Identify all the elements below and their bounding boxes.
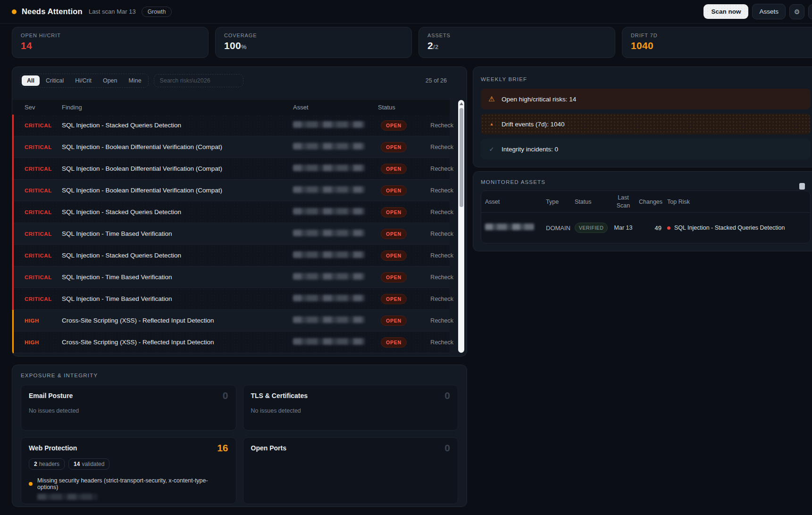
severity-label: CRITICAL	[25, 188, 62, 193]
scroll-up-arrow-icon[interactable]	[460, 102, 463, 105]
scrollbar-track[interactable]	[458, 100, 464, 353]
asset-cell	[293, 295, 378, 303]
finding-label: SQL Injection - Stacked Queries Detectio…	[62, 208, 293, 216]
recheck-button[interactable]: Recheck	[427, 122, 453, 129]
stat-label: DRIFT 7D	[631, 33, 810, 38]
monitored-table-header: Asset Type Status Last Scan Changes Top …	[481, 191, 810, 213]
filter-tab[interactable]: Hi/Crit	[70, 75, 97, 86]
brief-item-text: Open high/critical risks: 14	[502, 96, 576, 103]
table-row[interactable]: CRITICAL SQL Injection - Stacked Queries…	[12, 115, 450, 136]
status-badge: OPEN	[381, 185, 407, 196]
recheck-button[interactable]: Recheck	[427, 339, 453, 346]
table-row[interactable]: HIGH Cross-Site Scripting (XSS) - Reflec…	[12, 332, 450, 353]
status-badge: OPEN	[381, 250, 407, 261]
card-title: Open Ports	[251, 444, 451, 452]
finding-label: SQL Injection - Time Based Verification	[62, 230, 293, 237]
card-note: No issues detected	[251, 407, 451, 414]
stat-card: DRIFT 7D 1040	[622, 27, 812, 58]
recheck-button[interactable]: Recheck	[427, 209, 453, 216]
asset-cell	[293, 230, 378, 238]
col-finding: Finding	[62, 104, 293, 111]
filter-tab[interactable]: Mine	[124, 75, 147, 86]
scan-now-button[interactable]: Scan now	[703, 4, 748, 19]
stat-suffix: /2	[433, 43, 438, 50]
status-badge: OPEN	[381, 120, 407, 131]
table-row[interactable]: HIGH Cross-Site Scripting (XSS) - Reflec…	[12, 310, 450, 332]
severity-label: CRITICAL	[25, 274, 62, 280]
col-asset: Asset	[485, 199, 540, 205]
redacted-asset	[293, 316, 365, 323]
brief-item: ⚠ Open high/critical risks: 14	[481, 89, 811, 109]
search-input[interactable]	[154, 74, 243, 87]
recheck-button[interactable]: Recheck	[427, 252, 453, 259]
table-row[interactable]: CRITICAL SQL Injection - Time Based Veri…	[12, 223, 450, 245]
monitored-assets-title: MONITORED ASSETS	[481, 179, 811, 185]
table-row[interactable]: CRITICAL SQL Injection - Boolean Differe…	[12, 158, 450, 180]
web-protection-card: Web Protection 16 2headers 14validated M…	[21, 437, 236, 504]
table-row[interactable]: CRITICAL SQL Injection - Boolean Differe…	[12, 136, 450, 158]
email-posture-card: Email Posture 0 No issues detected	[21, 385, 236, 431]
status-cell: OPEN	[378, 229, 427, 239]
issue-row: Missing security headers (strict-transpo…	[29, 477, 228, 490]
filter-tab[interactable]: Critical	[41, 75, 69, 86]
recheck-button[interactable]: Recheck	[427, 317, 453, 324]
redacted-asset	[293, 165, 365, 171]
recheck-button[interactable]: Recheck	[427, 187, 453, 194]
weekly-brief-panel: WEEKLY BRIEF ⚠ Open high/critical risks:…	[473, 66, 812, 167]
panel-action-fragment-icon[interactable]	[799, 183, 805, 190]
card-title: TLS & Certificates	[251, 392, 451, 399]
top-risk-text: SQL Injection - Stacked Queries Detectio…	[674, 224, 785, 231]
asset-cell	[485, 224, 540, 232]
recheck-button[interactable]: Recheck	[427, 296, 453, 302]
col-status: Status	[575, 199, 608, 205]
status-badge: OPEN	[381, 164, 407, 174]
recheck-button[interactable]: Recheck	[427, 144, 453, 150]
asset-cell	[293, 316, 378, 325]
table-row[interactable]: CRITICAL SQL Injection - Stacked Queries…	[12, 245, 450, 266]
col-sev: Sev	[25, 104, 62, 111]
table-row[interactable]: CRITICAL SQL Injection - Boolean Differe…	[12, 180, 450, 201]
redacted-asset	[293, 186, 365, 193]
scrollbar-thumb[interactable]	[460, 108, 463, 207]
issue-text: Missing security headers (strict-transpo…	[37, 477, 228, 490]
col-status: Status	[378, 104, 427, 111]
finding-label: SQL Injection - Boolean Differential Ver…	[62, 165, 293, 172]
status-cell: OPEN	[378, 250, 427, 261]
recheck-button[interactable]: Recheck	[427, 231, 453, 237]
assets-button[interactable]: Assets	[752, 4, 786, 19]
severity-label: CRITICAL	[25, 166, 62, 172]
exposure-panel: EXPOSURE & INTEGRITY Email Posture 0 No …	[12, 365, 467, 507]
status-badge: OPEN	[381, 142, 407, 152]
redacted-asset	[293, 273, 365, 280]
table-row[interactable]: CRITICAL SQL Injection - Time Based Veri…	[12, 266, 450, 288]
changes-value: 49	[639, 224, 661, 232]
redacted-asset	[293, 143, 365, 150]
finding-label: SQL Injection - Time Based Verification	[62, 295, 293, 302]
severity-label: CRITICAL	[25, 231, 62, 237]
stat-card: COVERAGE 100%	[215, 27, 412, 58]
table-row[interactable]: CRITICAL SQL Injection - Stacked Queries…	[12, 201, 450, 223]
status-cell: OPEN	[378, 164, 427, 174]
status-dot-icon	[12, 9, 17, 14]
more-button-fragment[interactable]	[808, 4, 812, 19]
settings-button[interactable]: ⚙	[789, 4, 804, 19]
asset-cell	[293, 165, 378, 173]
last-scan-value: Mar 13	[613, 224, 633, 232]
verified-badge: VERIFIED	[575, 223, 608, 233]
filter-tab[interactable]: Open	[98, 75, 123, 86]
filter-tab[interactable]: All	[22, 75, 40, 86]
finding-label: SQL Injection - Stacked Queries Detectio…	[62, 252, 293, 259]
recheck-button[interactable]: Recheck	[427, 166, 453, 172]
risk-dot-icon	[667, 226, 670, 230]
table-header: Sev Finding Asset Status	[12, 100, 450, 115]
finding-label: SQL Injection - Boolean Differential Ver…	[62, 143, 293, 150]
weekly-brief-title: WEEKLY BRIEF	[481, 76, 811, 82]
stat-card: OPEN HI/CRIT 14	[12, 27, 209, 58]
table-row[interactable]: CRITICAL SQL Injection - Time Based Veri…	[12, 288, 450, 310]
recheck-button[interactable]: Recheck	[427, 274, 453, 281]
redacted-asset	[293, 338, 365, 345]
stat-value: 100%	[224, 40, 403, 51]
top-risk-cell: SQL Injection - Stacked Queries Detectio…	[667, 224, 810, 231]
monitored-asset-row[interactable]: DOMAIN VERIFIED Mar 13 49 SQL Injection …	[481, 213, 810, 243]
status-cell: OPEN	[378, 120, 427, 131]
